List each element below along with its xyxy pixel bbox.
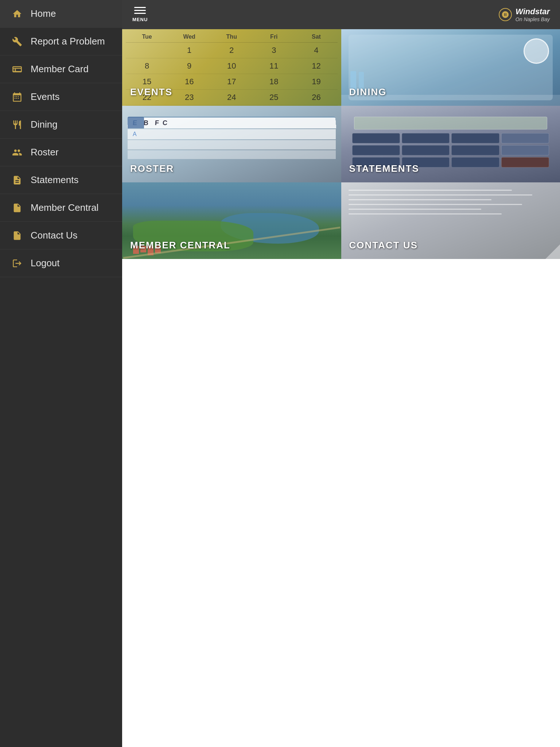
sidebar-label-member-central: Member Central — [31, 202, 98, 213]
sidebar-label-dining: Dining — [31, 119, 58, 130]
sidebar-item-roster[interactable]: Roster — [0, 139, 122, 166]
menu-button[interactable]: MENU — [132, 7, 148, 22]
calendar-icon — [10, 92, 24, 102]
tile-label-member-central: MEMBER CENTRAL — [130, 240, 230, 251]
tile-events[interactable]: Tue Wed Thu Fri Sat 1 2 3 4 8 9 10 — [122, 29, 341, 106]
card-icon — [10, 64, 24, 74]
bottom-content-area — [122, 388, 560, 747]
sidebar-label-home: Home — [31, 8, 56, 19]
menu-line-1 — [134, 7, 146, 8]
sidebar-item-logout[interactable]: Logout — [0, 249, 122, 277]
tile-label-events: EVENTS — [130, 86, 172, 98]
header: MENU Windstar On Naples Bay — [122, 0, 560, 29]
roster-icon — [10, 147, 24, 158]
sidebar-item-member-card[interactable]: Member Card — [0, 55, 122, 83]
tile-dining[interactable]: DINING — [341, 29, 560, 106]
tile-grid: Tue Wed Thu Fri Sat 1 2 3 4 8 9 10 — [122, 29, 560, 388]
sidebar-item-statements[interactable]: Statements — [0, 166, 122, 194]
tile-roster[interactable]: E B F C A ROSTER — [122, 106, 341, 182]
tile-contact[interactable]: CONTACT US — [341, 182, 560, 259]
sidebar-label-statements: Statements — [31, 174, 79, 186]
tile-label-roster: ROSTER — [130, 163, 174, 174]
statements-icon — [10, 175, 24, 185]
logout-icon — [10, 258, 24, 268]
sidebar-label-report: Report a Problem — [31, 36, 105, 47]
brand-subtitle: On Naples Bay — [516, 16, 550, 22]
sidebar-item-dining[interactable]: Dining — [0, 111, 122, 139]
menu-label: MENU — [132, 17, 148, 22]
sidebar-item-member-central[interactable]: Member Central — [0, 194, 122, 222]
contact-lines — [349, 190, 553, 214]
member-central-icon — [10, 203, 24, 213]
brand: Windstar On Naples Bay — [499, 7, 550, 22]
brand-text: Windstar On Naples Bay — [516, 7, 550, 22]
sidebar-label-events: Events — [31, 91, 60, 102]
brand-logo — [499, 8, 512, 21]
sidebar-item-home[interactable]: Home — [0, 0, 122, 28]
contact-icon — [10, 231, 24, 241]
dining-icon — [10, 120, 24, 130]
menu-line-3 — [134, 13, 146, 14]
tile-member-central[interactable]: MEMBER CENTRAL — [122, 182, 341, 259]
brand-name: Windstar — [516, 7, 550, 16]
sidebar-item-events[interactable]: Events — [0, 83, 122, 111]
sidebar-item-contact-us[interactable]: Contact Us — [0, 222, 122, 249]
main-content: MENU Windstar On Naples Bay Tue Wed Thu — [122, 0, 560, 747]
tile-label-dining: DINING — [349, 86, 387, 98]
tile-label-statements: STATEMENTS — [349, 163, 419, 174]
tile-label-contact: CONTACT US — [349, 240, 418, 251]
sidebar-label-logout: Logout — [31, 258, 60, 269]
home-icon — [10, 9, 24, 19]
sidebar-label-roster: Roster — [31, 147, 59, 158]
sidebar: Home Report a Problem Member Card Events… — [0, 0, 122, 747]
tile-statements[interactable]: STATEMENTS — [341, 106, 560, 182]
wrench-icon — [10, 36, 24, 47]
sidebar-label-contact-us: Contact Us — [31, 230, 78, 241]
cal-header: Tue Wed Thu Fri Sat — [126, 33, 338, 43]
menu-line-2 — [134, 10, 146, 11]
sidebar-item-report[interactable]: Report a Problem — [0, 28, 122, 55]
sidebar-label-member-card: Member Card — [31, 63, 89, 75]
